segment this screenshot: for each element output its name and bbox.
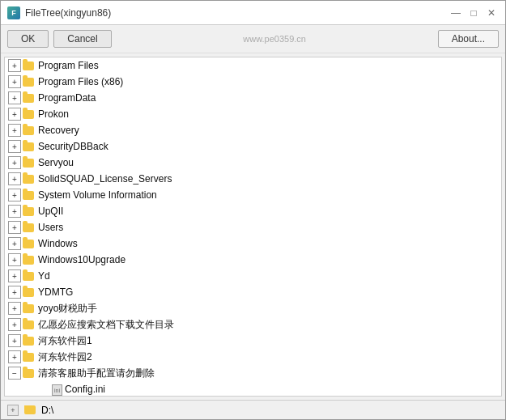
folder-icon [23, 76, 36, 87]
folder-icon [23, 125, 36, 136]
tree-item-users[interactable]: +Users [5, 219, 501, 235]
expander-icon[interactable]: + [8, 334, 21, 347]
minimize-button[interactable]: — [449, 6, 463, 20]
close-button[interactable]: ✕ [484, 6, 499, 20]
folder-icon [23, 60, 36, 71]
expander-icon[interactable]: + [8, 156, 21, 169]
tree-item-hedong2[interactable]: +河东软件园2 [5, 349, 501, 365]
tree-item-config-ini[interactable]: iniConfig.ini [5, 381, 501, 397]
item-label: ProgramData [38, 92, 96, 104]
tree-item-hedong1[interactable]: +河东软件园1 [5, 333, 501, 349]
item-label: Program Files [38, 60, 99, 71]
expander-icon[interactable]: + [8, 302, 21, 315]
tree-item-windows10upgrade[interactable]: +Windows10Upgrade [5, 252, 501, 268]
folder-icon [23, 92, 36, 104]
expander-icon[interactable]: + [8, 269, 21, 282]
folder-icon [23, 222, 36, 233]
folder-icon [23, 254, 36, 265]
status-bar: + D:\ [1, 400, 505, 419]
expander-icon[interactable]: + [8, 189, 21, 202]
tree-item-windows[interactable]: +Windows [5, 235, 501, 252]
tree-item-securitydbback[interactable]: +SecurityDBBack [5, 138, 501, 155]
expand-icon[interactable]: + [7, 405, 19, 416]
app-icon: F [7, 6, 20, 19]
item-label: SecurityDBBack [38, 141, 108, 152]
expander-placeholder [37, 383, 50, 396]
item-label: Windows10Upgrade [38, 254, 125, 265]
tree-item-solidsquad[interactable]: +SolidSQUAD_License_Servers [5, 171, 501, 187]
tree-item-program-files-x86[interactable]: +Program Files (x86) [5, 74, 501, 90]
tree-item-system-volume[interactable]: +System Volume Information [5, 187, 501, 203]
window-controls: — □ ✕ [449, 6, 499, 20]
item-label: Config.ini [65, 384, 105, 395]
toolbar: OK Cancel www.pe0359.cn About... [1, 25, 505, 53]
folder-icon [23, 303, 36, 314]
folder-icon [23, 141, 36, 152]
status-path-label: D:\ [41, 405, 53, 416]
item-label: 亿愿必应搜索文档下载文件目录 [38, 318, 174, 332]
expander-icon[interactable]: + [8, 59, 21, 72]
tree-item-programdata[interactable]: +ProgramData [5, 90, 501, 106]
tree-item-program-files[interactable]: +Program Files [5, 57, 501, 74]
expander-icon[interactable]: + [8, 172, 21, 185]
expander-icon[interactable]: + [8, 237, 21, 250]
tree-item-yd[interactable]: +Yd [5, 268, 501, 284]
folder-icon [23, 206, 36, 217]
file-tree[interactable]: +Program Files+Program Files (x86)+Progr… [4, 57, 502, 397]
folder-icon [23, 157, 36, 168]
item-label: Servyou [38, 157, 74, 168]
tree-item-prokon[interactable]: +Prokon [5, 106, 501, 122]
item-label: 清茶客服助手配置请勿删除 [38, 367, 155, 380]
item-label: 河东软件园1 [38, 334, 92, 348]
tree-item-ydmtg[interactable]: +YDMTG [5, 284, 501, 300]
expander-icon[interactable]: + [8, 350, 21, 363]
folder-icon [23, 108, 36, 120]
tree-item-recovery[interactable]: +Recovery [5, 122, 501, 138]
folder-icon [24, 405, 36, 414]
expander-icon[interactable]: + [8, 205, 21, 218]
tree-item-yoyo[interactable]: +yoyo财税助手 [5, 300, 501, 316]
folder-icon [23, 270, 36, 282]
item-label: yoyo财税助手 [38, 302, 97, 316]
folder-icon [23, 367, 36, 379]
tree-item-yiyi[interactable]: +亿愿必应搜索文档下载文件目录 [5, 316, 501, 333]
folder-icon [23, 189, 36, 201]
expander-icon[interactable]: + [8, 221, 21, 234]
maximize-button[interactable]: □ [466, 6, 481, 20]
item-label: Program Files (x86) [38, 76, 123, 87]
expander-icon[interactable]: + [8, 286, 21, 299]
file-icon: ini [52, 384, 62, 396]
item-label: YDMTG [38, 286, 73, 298]
main-window: F FileTree(xingyun86) — □ ✕ OK Cancel ww… [0, 0, 506, 420]
tree-item-upqii[interactable]: +UpQII [5, 203, 501, 219]
folder-icon [23, 351, 36, 363]
item-label: System Volume Information [38, 189, 157, 201]
about-button[interactable]: About... [438, 30, 499, 48]
folder-icon [23, 335, 36, 346]
item-label: Prokon [38, 108, 69, 120]
item-label: UpQII [38, 206, 63, 217]
window-title: FileTree(xingyun86) [25, 7, 111, 19]
expander-icon[interactable]: + [8, 91, 21, 104]
expander-icon[interactable]: + [8, 108, 21, 121]
tree-item-qingcha[interactable]: −清茶客服助手配置请勿删除 [5, 365, 501, 381]
item-label: Users [38, 222, 63, 233]
folder-icon [23, 286, 36, 298]
ok-button[interactable]: OK [7, 30, 49, 48]
folder-icon [23, 238, 36, 249]
folder-icon [23, 319, 36, 330]
expander-icon[interactable]: + [8, 140, 21, 153]
cancel-button[interactable]: Cancel [53, 30, 111, 48]
title-bar: F FileTree(xingyun86) — □ ✕ [1, 1, 505, 25]
expander-icon[interactable]: + [8, 318, 21, 331]
expander-icon[interactable]: + [8, 124, 21, 137]
expander-icon[interactable]: + [8, 75, 21, 88]
content-area: +Program Files+Program Files (x86)+Progr… [1, 53, 505, 400]
folder-icon [23, 173, 36, 185]
title-bar-left: F FileTree(xingyun86) [7, 6, 111, 19]
expander-icon[interactable]: + [8, 253, 21, 266]
tree-item-servyou[interactable]: +Servyou [5, 155, 501, 171]
item-label: 河东软件园2 [38, 350, 92, 364]
item-label: SolidSQUAD_License_Servers [38, 173, 172, 185]
expander-icon[interactable]: − [8, 367, 21, 380]
